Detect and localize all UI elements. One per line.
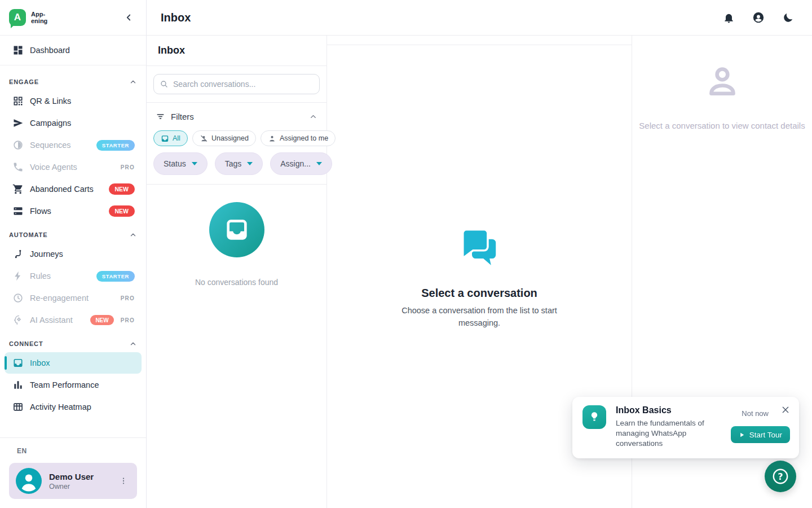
sidebar-item-label: QR & Links <box>30 97 71 106</box>
language-selector[interactable]: EN <box>17 447 137 455</box>
account-circle-icon <box>752 11 765 24</box>
caret-down-icon <box>192 162 197 165</box>
bolt-icon <box>12 270 24 282</box>
filters-toggle[interactable]: Filters <box>153 110 320 124</box>
sidebar-item-campaigns[interactable]: Campaigns <box>5 112 142 134</box>
new-badge: NEW <box>109 205 135 217</box>
route-icon <box>12 248 24 260</box>
account-button[interactable] <box>752 11 765 24</box>
dashboard-icon <box>12 45 24 56</box>
sidebar-item-label: Rules <box>30 271 51 281</box>
sidebar-item-label: Dashboard <box>30 46 70 55</box>
chat-header-strip <box>327 36 632 45</box>
sidebar-nav: Dashboard ENGAGE QR & Links Camp <box>0 36 146 437</box>
start-tour-button[interactable]: Start Tour <box>731 426 790 443</box>
phone-icon <box>12 161 24 173</box>
filter-chip-all[interactable]: All <box>153 130 188 146</box>
send-icon <box>12 117 24 129</box>
avatar <box>16 468 42 494</box>
sidebar-item-journeys[interactable]: Journeys <box>5 243 142 265</box>
detail-empty-message: Select a conversation to view contact de… <box>638 119 807 133</box>
filter-chip-assigned-to-me[interactable]: Assigned to me <box>261 130 336 146</box>
list-panel-title: Inbox <box>147 36 326 66</box>
sidebar-item-label: Sequences <box>30 141 71 150</box>
conversation-list-panel: Inbox Filters <box>147 36 327 508</box>
search-icon <box>160 80 169 89</box>
status-filter-dropdown[interactable]: Status <box>153 152 208 175</box>
sidebar-item-label: Re-engagement <box>30 294 89 303</box>
help-button[interactable]: ? <box>765 461 796 492</box>
close-icon <box>781 405 790 414</box>
app-logo: A App-ening <box>9 9 47 26</box>
flows-icon <box>12 205 24 217</box>
sidebar-item-label: Journeys <box>30 249 63 259</box>
caret-down-icon <box>247 162 253 165</box>
tour-body: Learn the fundamentals of managing Whats… <box>616 418 716 449</box>
sidebar-section-engage[interactable]: ENGAGE <box>0 69 146 90</box>
sidebar-item-ai-assistant[interactable]: AI Assistant NEW PRO <box>5 309 142 331</box>
sidebar-item-flows[interactable]: Flows NEW <box>5 200 142 222</box>
tour-title: Inbox Basics <box>616 405 721 415</box>
sidebar-item-rules[interactable]: Rules STARTER <box>5 265 142 287</box>
sidebar-item-label: Campaigns <box>30 119 71 128</box>
search-section <box>147 66 326 103</box>
user-info: Demo User Owner <box>49 472 94 491</box>
svg-text:?: ? <box>778 471 783 482</box>
bell-icon <box>723 12 735 24</box>
chat-empty-title: Select a conversation <box>421 287 537 300</box>
search-box <box>153 74 320 94</box>
chevron-up-icon <box>129 340 137 348</box>
empty-list-message: No conversations found <box>195 278 278 287</box>
quick-filter-row: All Unassigned Assigned to <box>153 130 320 146</box>
close-button[interactable] <box>781 405 790 414</box>
sidebar-item-label: Voice Agents <box>30 163 77 172</box>
sidebar-section-automate[interactable]: AUTOMATE <box>0 222 146 243</box>
dark-mode-toggle[interactable] <box>782 12 794 24</box>
not-now-button[interactable]: Not now <box>742 409 769 418</box>
inbox-icon <box>224 217 250 243</box>
new-badge: NEW <box>109 183 135 195</box>
sidebar-item-qr-links[interactable]: QR & Links <box>5 90 142 112</box>
sidebar-item-team-performance[interactable]: Team Performance <box>5 374 142 396</box>
tags-filter-dropdown[interactable]: Tags <box>215 152 263 175</box>
inbox-icon <box>12 357 24 369</box>
app-logo-icon: A <box>9 9 26 26</box>
notifications-button[interactable] <box>723 12 735 24</box>
sidebar-collapse-button[interactable] <box>120 9 137 26</box>
sidebar-item-label: Inbox <box>30 358 50 367</box>
filter-icon <box>156 112 165 121</box>
chevron-up-icon <box>129 78 137 86</box>
empty-inbox-badge <box>209 202 264 257</box>
sidebar-item-re-engagement[interactable]: Re-engagement PRO <box>5 287 142 309</box>
sidebar-item-dashboard[interactable]: Dashboard <box>5 40 142 61</box>
sidebar-item-label: AI Assistant <box>30 316 73 325</box>
sidebar-item-label: Flows <box>30 207 51 216</box>
user-card[interactable]: Demo User Owner <box>9 463 137 499</box>
clock-icon <box>12 292 24 304</box>
dots-vertical-icon <box>119 476 128 485</box>
person-outline-icon <box>704 64 741 99</box>
user-menu-button[interactable] <box>117 474 130 488</box>
heatmap-grid-icon <box>12 401 24 413</box>
sidebar-item-inbox[interactable]: Inbox <box>5 352 142 374</box>
user-role: Owner <box>49 483 94 491</box>
filter-chip-unassigned[interactable]: Unassigned <box>192 130 256 146</box>
sidebar-header: A App-ening <box>0 0 146 36</box>
sidebar-item-sequences[interactable]: Sequences STARTER <box>5 134 142 156</box>
search-input[interactable] <box>173 80 314 89</box>
tour-actions: Not now Start Tour <box>731 405 790 449</box>
person-icon <box>268 134 276 143</box>
chevron-up-icon <box>309 112 317 121</box>
sidebar-section-connect[interactable]: CONNECT <box>0 331 146 352</box>
sidebar-footer: EN Demo User Owner <box>0 437 146 508</box>
sidebar-item-voice-agents[interactable]: Voice Agents PRO <box>5 156 142 178</box>
chat-empty-subtitle: Choose a conversation from the list to s… <box>400 305 559 329</box>
sidebar-item-abandoned-carts[interactable]: Abandoned Carts NEW <box>5 178 142 200</box>
assignee-filter-dropdown[interactable]: Assign... <box>270 152 332 175</box>
contrast-icon <box>12 139 24 151</box>
moon-icon <box>782 12 794 24</box>
sidebar-item-activity-heatmap[interactable]: Activity Heatmap <box>5 396 142 418</box>
caret-down-icon <box>316 162 322 165</box>
topbar-icons <box>723 11 794 24</box>
question-mark-icon: ? <box>771 467 790 486</box>
